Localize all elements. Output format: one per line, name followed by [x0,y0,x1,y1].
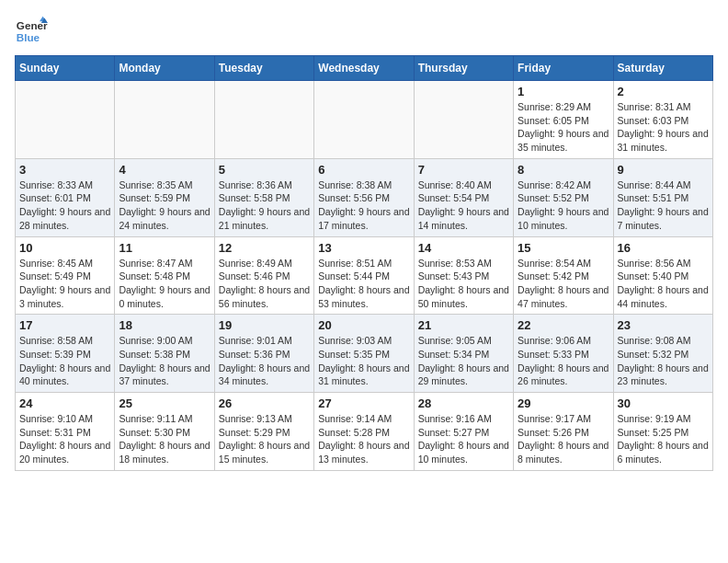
day-info: Sunrise: 8:47 AM Sunset: 5:48 PM Dayligh… [119,257,210,311]
day-number: 6 [318,163,409,177]
calendar-cell: 26Sunrise: 9:13 AM Sunset: 5:29 PM Dayli… [214,393,313,471]
day-number: 1 [518,85,609,98]
day-number: 23 [618,318,709,332]
day-info: Sunrise: 8:49 AM Sunset: 5:46 PM Dayligh… [219,257,310,311]
day-info: Sunrise: 9:05 AM Sunset: 5:34 PM Dayligh… [418,334,509,388]
logo: General Blue [15,15,48,48]
calendar-cell [314,81,414,159]
day-number: 12 [219,241,310,255]
day-number: 17 [19,318,110,332]
day-number: 15 [518,241,609,255]
calendar-cell: 21Sunrise: 9:05 AM Sunset: 5:34 PM Dayli… [414,315,513,393]
day-info: Sunrise: 9:00 AM Sunset: 5:38 PM Dayligh… [119,334,210,388]
calendar-cell: 8Sunrise: 8:42 AM Sunset: 5:52 PM Daylig… [514,158,613,236]
day-info: Sunrise: 8:56 AM Sunset: 5:40 PM Dayligh… [618,257,709,311]
day-info: Sunrise: 8:29 AM Sunset: 6:05 PM Dayligh… [518,100,609,155]
calendar-week-row: 3Sunrise: 8:33 AM Sunset: 6:01 PM Daylig… [16,158,713,236]
day-number: 30 [618,396,709,410]
calendar-cell: 23Sunrise: 9:08 AM Sunset: 5:32 PM Dayli… [613,315,712,393]
calendar-cell: 4Sunrise: 8:35 AM Sunset: 5:59 PM Daylig… [115,158,214,236]
day-number: 3 [19,163,110,177]
day-info: Sunrise: 8:36 AM Sunset: 5:58 PM Dayligh… [219,178,310,233]
page-header: General Blue [15,15,713,48]
day-number: 14 [418,241,509,255]
calendar-cell: 11Sunrise: 8:47 AM Sunset: 5:48 PM Dayli… [115,236,214,315]
day-header-sunday: Sunday [16,56,115,81]
day-info: Sunrise: 8:35 AM Sunset: 5:59 PM Dayligh… [119,178,210,233]
day-info: Sunrise: 9:08 AM Sunset: 5:32 PM Dayligh… [618,334,709,388]
day-number: 21 [418,318,509,332]
calendar-cell: 6Sunrise: 8:38 AM Sunset: 5:56 PM Daylig… [314,158,414,236]
calendar-cell: 12Sunrise: 8:49 AM Sunset: 5:46 PM Dayli… [214,236,313,315]
day-info: Sunrise: 8:45 AM Sunset: 5:49 PM Dayligh… [19,257,110,311]
day-number: 11 [119,241,210,255]
calendar-cell: 18Sunrise: 9:00 AM Sunset: 5:38 PM Dayli… [115,315,214,393]
calendar-cell: 5Sunrise: 8:36 AM Sunset: 5:58 PM Daylig… [214,158,313,236]
calendar-cell: 19Sunrise: 9:01 AM Sunset: 5:36 PM Dayli… [214,315,313,393]
svg-text:Blue: Blue [17,31,40,43]
day-number: 18 [119,318,210,332]
day-number: 4 [119,163,210,177]
calendar-cell: 20Sunrise: 9:03 AM Sunset: 5:35 PM Dayli… [314,315,414,393]
calendar-cell [414,81,513,159]
calendar-cell: 3Sunrise: 8:33 AM Sunset: 6:01 PM Daylig… [16,158,115,236]
calendar-cell: 2Sunrise: 8:31 AM Sunset: 6:03 PM Daylig… [613,81,712,159]
calendar-cell: 29Sunrise: 9:17 AM Sunset: 5:26 PM Dayli… [514,393,613,471]
day-number: 20 [318,318,409,332]
day-info: Sunrise: 8:42 AM Sunset: 5:52 PM Dayligh… [518,178,609,233]
day-info: Sunrise: 8:51 AM Sunset: 5:44 PM Dayligh… [318,257,409,311]
day-info: Sunrise: 8:53 AM Sunset: 5:43 PM Dayligh… [418,257,509,311]
day-info: Sunrise: 9:16 AM Sunset: 5:27 PM Dayligh… [418,412,509,466]
day-number: 28 [418,396,509,410]
calendar-cell: 28Sunrise: 9:16 AM Sunset: 5:27 PM Dayli… [414,393,513,471]
day-number: 10 [19,241,110,255]
day-number: 24 [19,396,110,410]
calendar-cell: 14Sunrise: 8:53 AM Sunset: 5:43 PM Dayli… [414,236,513,315]
day-info: Sunrise: 9:01 AM Sunset: 5:36 PM Dayligh… [219,334,310,388]
day-info: Sunrise: 9:03 AM Sunset: 5:35 PM Dayligh… [318,334,409,388]
calendar-cell: 27Sunrise: 9:14 AM Sunset: 5:28 PM Dayli… [314,393,414,471]
calendar-cell: 10Sunrise: 8:45 AM Sunset: 5:49 PM Dayli… [16,236,115,315]
day-number: 27 [318,396,409,410]
day-info: Sunrise: 9:14 AM Sunset: 5:28 PM Dayligh… [318,412,409,466]
day-number: 25 [119,396,210,410]
calendar-cell: 9Sunrise: 8:44 AM Sunset: 5:51 PM Daylig… [613,158,712,236]
day-number: 5 [219,163,310,177]
calendar-cell: 25Sunrise: 9:11 AM Sunset: 5:30 PM Dayli… [115,393,214,471]
calendar-cell: 1Sunrise: 8:29 AM Sunset: 6:05 PM Daylig… [514,81,613,159]
day-number: 2 [618,85,709,98]
day-number: 8 [518,163,609,177]
calendar-cell [115,81,214,159]
day-info: Sunrise: 9:06 AM Sunset: 5:33 PM Dayligh… [518,334,609,388]
day-info: Sunrise: 8:38 AM Sunset: 5:56 PM Dayligh… [318,178,409,233]
day-number: 22 [518,318,609,332]
calendar-table: SundayMondayTuesdayWednesdayThursdayFrid… [15,55,713,471]
day-header-saturday: Saturday [613,56,712,81]
calendar-cell: 15Sunrise: 8:54 AM Sunset: 5:42 PM Dayli… [514,236,613,315]
day-header-thursday: Thursday [414,56,513,81]
calendar-cell: 30Sunrise: 9:19 AM Sunset: 5:25 PM Dayli… [613,393,712,471]
day-info: Sunrise: 8:40 AM Sunset: 5:54 PM Dayligh… [418,178,509,233]
calendar-cell: 16Sunrise: 8:56 AM Sunset: 5:40 PM Dayli… [613,236,712,315]
day-info: Sunrise: 9:19 AM Sunset: 5:25 PM Dayligh… [618,412,709,466]
calendar-cell: 17Sunrise: 8:58 AM Sunset: 5:39 PM Dayli… [16,315,115,393]
calendar-week-row: 17Sunrise: 8:58 AM Sunset: 5:39 PM Dayli… [16,315,713,393]
day-info: Sunrise: 9:11 AM Sunset: 5:30 PM Dayligh… [119,412,210,466]
calendar-cell: 13Sunrise: 8:51 AM Sunset: 5:44 PM Dayli… [314,236,414,315]
day-number: 13 [318,241,409,255]
day-info: Sunrise: 8:54 AM Sunset: 5:42 PM Dayligh… [518,257,609,311]
day-header-monday: Monday [115,56,214,81]
calendar-header-row: SundayMondayTuesdayWednesdayThursdayFrid… [16,56,713,81]
calendar-cell [214,81,313,159]
day-number: 19 [219,318,310,332]
day-info: Sunrise: 9:13 AM Sunset: 5:29 PM Dayligh… [219,412,310,466]
day-number: 26 [219,396,310,410]
calendar-cell: 22Sunrise: 9:06 AM Sunset: 5:33 PM Dayli… [514,315,613,393]
logo-icon: General Blue [15,15,48,48]
calendar-week-row: 1Sunrise: 8:29 AM Sunset: 6:05 PM Daylig… [16,81,713,159]
day-info: Sunrise: 8:31 AM Sunset: 6:03 PM Dayligh… [618,100,709,155]
day-number: 9 [618,163,709,177]
calendar-cell: 7Sunrise: 8:40 AM Sunset: 5:54 PM Daylig… [414,158,513,236]
calendar-week-row: 24Sunrise: 9:10 AM Sunset: 5:31 PM Dayli… [16,393,713,471]
day-header-tuesday: Tuesday [214,56,313,81]
